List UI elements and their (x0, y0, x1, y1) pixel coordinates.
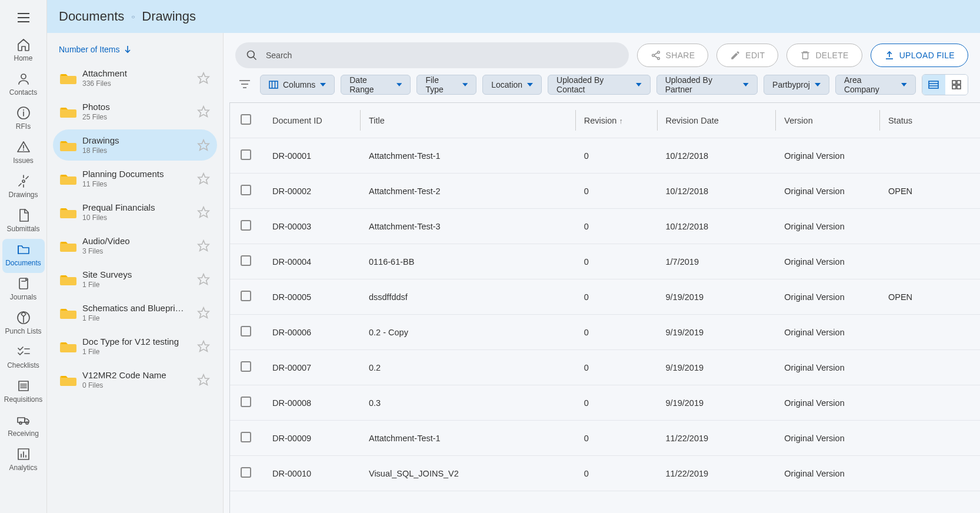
col-revision[interactable]: Revision↑ (576, 103, 658, 138)
rail-item-requisitions[interactable]: Requisitions (2, 375, 45, 409)
folder-item[interactable]: Schematics and Bluepri…1 File (53, 297, 217, 328)
rail-item-documents[interactable]: Documents (2, 239, 45, 273)
star-icon[interactable] (197, 105, 210, 118)
row-checkbox[interactable] (241, 255, 251, 266)
check-icon (16, 345, 31, 359)
filter-chip-uploaded-by-contact[interactable]: Uploaded By Contact (548, 75, 651, 95)
cell-revision-date: 10/12/2018 (658, 209, 776, 244)
folder-sort[interactable]: Number of Items (51, 39, 219, 60)
breadcrumb-root[interactable]: Documents (59, 9, 124, 24)
star-icon[interactable] (197, 139, 210, 152)
cell-status (880, 456, 980, 491)
rail-item-drawings[interactable]: Drawings (2, 171, 45, 205)
rail-item-punch-lists[interactable]: Punch Lists (2, 307, 45, 341)
table-row[interactable]: DR-00005dssdffddsf09/19/2019Original Ver… (230, 279, 980, 315)
row-checkbox[interactable] (241, 432, 251, 442)
share-button[interactable]: SHARE (637, 44, 709, 67)
columns-chip[interactable]: Columns (260, 75, 335, 95)
table-row[interactable]: DR-00001Attatchment-Test-1010/12/2018Ori… (230, 138, 980, 174)
folder-item[interactable]: Drawings18 Files (53, 129, 217, 161)
filter-chip-file-type[interactable]: File Type (416, 75, 476, 95)
row-checkbox[interactable] (241, 185, 251, 195)
star-icon[interactable] (197, 374, 210, 387)
col-version[interactable]: Version (776, 103, 880, 138)
chip-label: File Type (425, 75, 457, 94)
search-input[interactable]: Search (235, 42, 629, 68)
table-row[interactable]: DR-00003Attatchment-Test-3010/12/2018Ori… (230, 209, 980, 244)
row-checkbox[interactable] (241, 291, 251, 301)
rail-item-analytics[interactable]: Analytics (2, 444, 45, 478)
folder-item[interactable]: Doc Type for V12 testing1 File (53, 331, 217, 362)
rail-item-submittals[interactable]: Submittals (2, 205, 45, 239)
upload-file-button[interactable]: UPLOAD FILE (871, 44, 968, 67)
star-icon[interactable] (197, 239, 210, 252)
svg-rect-70 (952, 85, 956, 89)
select-all-header[interactable] (230, 103, 264, 138)
rail-item-rfis[interactable]: RFIs (2, 102, 45, 136)
star-icon[interactable] (197, 206, 210, 219)
rail-item-issues[interactable]: Issues (2, 136, 45, 171)
star-icon[interactable] (197, 172, 210, 185)
filter-chip-date-range[interactable]: Date Range (341, 75, 411, 95)
table-row[interactable]: DR-000080.309/19/2019Original VersionPDF (230, 385, 980, 421)
star-icon[interactable] (197, 273, 210, 286)
table-row[interactable]: DR-000070.209/19/2019Original VersionPDF (230, 350, 980, 385)
table-row[interactable]: DR-000040116-61-BB01/7/2019Original Vers… (230, 244, 980, 279)
row-checkbox[interactable] (241, 361, 251, 372)
delete-button[interactable]: DELETE (786, 44, 862, 67)
star-icon[interactable] (197, 307, 210, 319)
cell-revision-date: 9/19/2019 (658, 350, 776, 385)
folder-item[interactable]: Audio/Video3 Files (53, 230, 217, 261)
filter-button[interactable] (235, 76, 254, 94)
table-row[interactable]: DR-000060.2 - Copy09/19/2019Original Ver… (230, 315, 980, 350)
col-revision-date[interactable]: Revision Date (658, 103, 776, 138)
filter-chip-partbyproj[interactable]: Partbyproj (764, 75, 829, 95)
rail-item-checklists[interactable]: Checklists (2, 341, 45, 375)
punch-icon (16, 311, 31, 325)
star-icon[interactable] (197, 72, 210, 85)
rail-item-home[interactable]: Home (2, 34, 45, 68)
cell-title: Attatchment-Test-2 (361, 174, 576, 209)
filter-chip-location[interactable]: Location (482, 75, 542, 95)
folder-item[interactable]: Photos25 Files (53, 96, 217, 127)
filter-chip-area-company[interactable]: Area Company (835, 75, 916, 95)
view-list-button[interactable] (922, 75, 945, 95)
rail-label: Submittals (6, 225, 39, 233)
col-status[interactable]: Status (880, 103, 980, 138)
folder-item[interactable]: Attachment336 Files (53, 62, 217, 94)
row-checkbox[interactable] (241, 149, 251, 160)
row-checkbox[interactable] (241, 220, 251, 231)
edit-button[interactable]: EDIT (716, 44, 778, 67)
table-row[interactable]: DR-00002Attatchment-Test-2010/12/2018Ori… (230, 174, 980, 209)
svg-point-6 (23, 109, 24, 111)
filter-chip-uploaded-by-partner[interactable]: Uploaded By Partner (656, 75, 758, 95)
select-all-checkbox[interactable] (241, 114, 251, 125)
folder-count: 1 File (82, 314, 197, 322)
row-checkbox[interactable] (241, 397, 251, 407)
cell-revision: 0 (576, 138, 658, 174)
folder-item[interactable]: Site Surveys1 File (53, 264, 217, 295)
rail-item-contacts[interactable]: Contacts (2, 68, 45, 102)
row-checkbox[interactable] (241, 467, 251, 478)
col-document-id[interactable]: Document ID (264, 103, 361, 138)
svg-marker-32 (198, 106, 209, 116)
documents-table[interactable]: Document ID Title Revision↑ Revision Dat… (229, 102, 980, 513)
table-row[interactable]: DR-00010Visual_SQL_JOINS_V2011/22/2019Or… (230, 456, 980, 491)
menu-button[interactable] (7, 5, 40, 31)
star-icon[interactable] (197, 340, 210, 353)
rail-item-journals[interactable]: Journals (2, 273, 45, 307)
view-grid-button[interactable] (945, 75, 968, 95)
svg-line-47 (654, 56, 658, 58)
folder-item[interactable]: V12MR2 Code Name0 Files (53, 364, 217, 395)
folder-name: Prequal Financials (82, 202, 197, 212)
folder-item[interactable]: Planning Documents11 Files (53, 163, 217, 194)
cell-title: dssdffddsf (361, 279, 576, 315)
cell-revision: 0 (576, 209, 658, 244)
list-icon (16, 379, 31, 393)
rail-item-receiving[interactable]: Receiving (2, 409, 45, 444)
table-row[interactable]: DR-00009Attatchment-Test-1011/22/2019Ori… (230, 421, 980, 456)
folder-item[interactable]: Prequal Financials10 Files (53, 196, 217, 228)
row-checkbox[interactable] (241, 326, 251, 337)
cell-version: Original Version (776, 421, 880, 456)
col-title[interactable]: Title (361, 103, 576, 138)
